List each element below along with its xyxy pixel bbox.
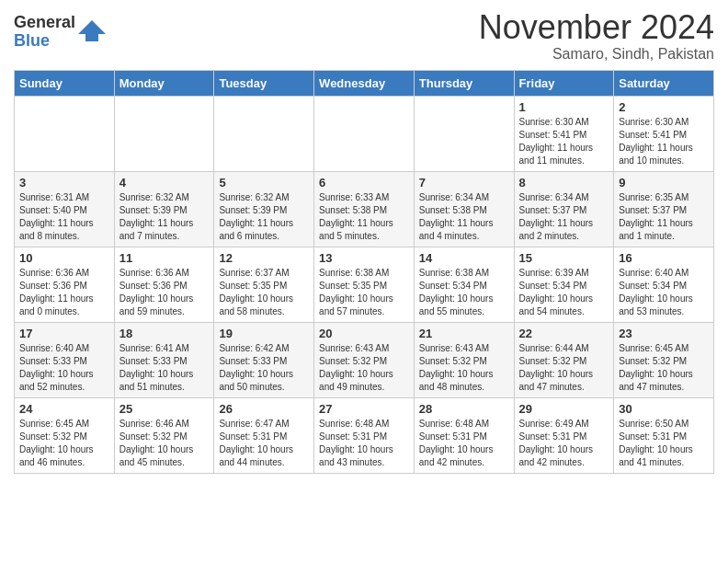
day-info: Sunrise: 6:42 AM Sunset: 5:33 PM Dayligh…: [219, 342, 309, 394]
day-info: Sunrise: 6:30 AM Sunset: 5:41 PM Dayligh…: [619, 116, 709, 167]
day-info: Sunrise: 6:50 AM Sunset: 5:31 PM Dayligh…: [619, 418, 709, 469]
day-number: 17: [19, 327, 109, 340]
day-info: Sunrise: 6:32 AM Sunset: 5:39 PM Dayligh…: [119, 191, 210, 243]
day-cell: 25Sunrise: 6:46 AM Sunset: 5:32 PM Dayli…: [114, 397, 214, 473]
day-cell: 15Sunrise: 6:39 AM Sunset: 5:34 PM Dayli…: [514, 247, 614, 322]
location-subtitle: Samaro, Sindh, Pakistan: [479, 46, 714, 63]
day-number: 24: [19, 402, 109, 416]
day-cell: [214, 96, 314, 171]
header-cell-thursday: Thursday: [414, 70, 514, 96]
day-cell: 9Sunrise: 6:35 AM Sunset: 5:37 PM Daylig…: [614, 171, 714, 247]
calendar-header: SundayMondayTuesdayWednesdayThursdayFrid…: [15, 70, 714, 96]
header-cell-friday: Friday: [514, 70, 614, 96]
day-number: 22: [519, 327, 609, 340]
day-cell: 23Sunrise: 6:45 AM Sunset: 5:32 PM Dayli…: [614, 322, 714, 397]
day-info: Sunrise: 6:47 AM Sunset: 5:31 PM Dayligh…: [219, 418, 309, 469]
day-cell: 6Sunrise: 6:33 AM Sunset: 5:38 PM Daylig…: [314, 171, 415, 247]
day-info: Sunrise: 6:36 AM Sunset: 5:36 PM Dayligh…: [19, 267, 109, 318]
day-info: Sunrise: 6:33 AM Sunset: 5:38 PM Dayligh…: [319, 191, 409, 243]
day-number: 16: [619, 251, 709, 265]
header: General Blue November 2024 Samaro, Sindh…: [14, 9, 714, 63]
day-cell: 14Sunrise: 6:38 AM Sunset: 5:34 PM Dayli…: [414, 247, 514, 322]
day-cell: 4Sunrise: 6:32 AM Sunset: 5:39 PM Daylig…: [114, 171, 214, 247]
day-number: 7: [419, 176, 509, 190]
day-cell: 10Sunrise: 6:36 AM Sunset: 5:36 PM Dayli…: [15, 247, 115, 322]
day-cell: [414, 96, 514, 171]
day-number: 25: [119, 402, 210, 416]
day-info: Sunrise: 6:40 AM Sunset: 5:34 PM Dayligh…: [619, 267, 709, 318]
day-info: Sunrise: 6:37 AM Sunset: 5:35 PM Dayligh…: [219, 267, 309, 318]
day-info: Sunrise: 6:34 AM Sunset: 5:38 PM Dayligh…: [419, 191, 509, 243]
day-info: Sunrise: 6:32 AM Sunset: 5:39 PM Dayligh…: [219, 191, 309, 243]
logo-blue: Blue: [14, 32, 75, 51]
day-info: Sunrise: 6:45 AM Sunset: 5:32 PM Dayligh…: [19, 418, 109, 469]
logo-general: General: [14, 14, 75, 32]
day-cell: 17Sunrise: 6:40 AM Sunset: 5:33 PM Dayli…: [15, 322, 115, 397]
day-number: 13: [319, 251, 409, 265]
day-number: 21: [419, 327, 509, 340]
calendar-body: 1Sunrise: 6:30 AM Sunset: 5:41 PM Daylig…: [15, 96, 714, 473]
day-info: Sunrise: 6:43 AM Sunset: 5:32 PM Dayligh…: [319, 342, 409, 394]
logo-icon: [78, 16, 106, 43]
day-info: Sunrise: 6:40 AM Sunset: 5:33 PM Dayligh…: [19, 342, 109, 394]
day-number: 29: [519, 402, 609, 416]
day-info: Sunrise: 6:44 AM Sunset: 5:32 PM Dayligh…: [519, 342, 609, 394]
header-cell-sunday: Sunday: [15, 70, 115, 96]
day-number: 27: [319, 402, 409, 416]
svg-marker-0: [78, 20, 106, 41]
logo: General Blue: [14, 14, 106, 51]
header-cell-wednesday: Wednesday: [314, 70, 415, 96]
week-row-3: 10Sunrise: 6:36 AM Sunset: 5:36 PM Dayli…: [15, 247, 714, 322]
day-cell: 28Sunrise: 6:48 AM Sunset: 5:31 PM Dayli…: [414, 397, 514, 473]
title-section: November 2024 Samaro, Sindh, Pakistan: [479, 9, 714, 63]
day-cell: [114, 96, 214, 171]
week-row-2: 3Sunrise: 6:31 AM Sunset: 5:40 PM Daylig…: [15, 171, 714, 247]
header-row: SundayMondayTuesdayWednesdayThursdayFrid…: [15, 70, 714, 96]
day-number: 2: [619, 100, 709, 114]
day-cell: 3Sunrise: 6:31 AM Sunset: 5:40 PM Daylig…: [15, 171, 115, 247]
day-number: 12: [219, 251, 309, 265]
day-number: 6: [319, 176, 409, 190]
day-cell: [15, 96, 115, 171]
day-number: 9: [619, 176, 709, 190]
day-info: Sunrise: 6:38 AM Sunset: 5:35 PM Dayligh…: [319, 267, 409, 318]
week-row-1: 1Sunrise: 6:30 AM Sunset: 5:41 PM Daylig…: [15, 96, 714, 171]
day-number: 23: [619, 327, 709, 340]
day-number: 28: [419, 402, 509, 416]
day-number: 20: [319, 327, 409, 340]
day-info: Sunrise: 6:49 AM Sunset: 5:31 PM Dayligh…: [519, 418, 609, 469]
day-cell: 8Sunrise: 6:34 AM Sunset: 5:37 PM Daylig…: [514, 171, 614, 247]
day-number: 30: [619, 402, 709, 416]
day-info: Sunrise: 6:31 AM Sunset: 5:40 PM Dayligh…: [19, 191, 109, 243]
day-cell: 27Sunrise: 6:48 AM Sunset: 5:31 PM Dayli…: [314, 397, 415, 473]
day-number: 18: [119, 327, 210, 340]
day-info: Sunrise: 6:30 AM Sunset: 5:41 PM Dayligh…: [519, 116, 609, 167]
day-cell: 29Sunrise: 6:49 AM Sunset: 5:31 PM Dayli…: [514, 397, 614, 473]
day-info: Sunrise: 6:45 AM Sunset: 5:32 PM Dayligh…: [619, 342, 709, 394]
month-title: November 2024: [479, 9, 714, 46]
header-cell-saturday: Saturday: [614, 70, 714, 96]
day-cell: 11Sunrise: 6:36 AM Sunset: 5:36 PM Dayli…: [114, 247, 214, 322]
day-info: Sunrise: 6:48 AM Sunset: 5:31 PM Dayligh…: [319, 418, 409, 469]
header-cell-tuesday: Tuesday: [214, 70, 314, 96]
day-number: 3: [19, 176, 109, 190]
day-cell: 2Sunrise: 6:30 AM Sunset: 5:41 PM Daylig…: [614, 96, 714, 171]
day-number: 10: [19, 251, 109, 265]
day-number: 4: [119, 176, 210, 190]
day-info: Sunrise: 6:39 AM Sunset: 5:34 PM Dayligh…: [519, 267, 609, 318]
day-cell: 24Sunrise: 6:45 AM Sunset: 5:32 PM Dayli…: [15, 397, 115, 473]
day-cell: 26Sunrise: 6:47 AM Sunset: 5:31 PM Dayli…: [214, 397, 314, 473]
week-row-5: 24Sunrise: 6:45 AM Sunset: 5:32 PM Dayli…: [15, 397, 714, 473]
day-cell: 12Sunrise: 6:37 AM Sunset: 5:35 PM Dayli…: [214, 247, 314, 322]
day-number: 14: [419, 251, 509, 265]
day-number: 19: [219, 327, 309, 340]
day-number: 8: [519, 176, 609, 190]
day-cell: 20Sunrise: 6:43 AM Sunset: 5:32 PM Dayli…: [314, 322, 415, 397]
day-cell: 18Sunrise: 6:41 AM Sunset: 5:33 PM Dayli…: [114, 322, 214, 397]
header-cell-monday: Monday: [114, 70, 214, 96]
day-cell: [314, 96, 415, 171]
day-number: 11: [119, 251, 210, 265]
calendar-table: SundayMondayTuesdayWednesdayThursdayFrid…: [14, 70, 714, 474]
day-info: Sunrise: 6:38 AM Sunset: 5:34 PM Dayligh…: [419, 267, 509, 318]
week-row-4: 17Sunrise: 6:40 AM Sunset: 5:33 PM Dayli…: [15, 322, 714, 397]
